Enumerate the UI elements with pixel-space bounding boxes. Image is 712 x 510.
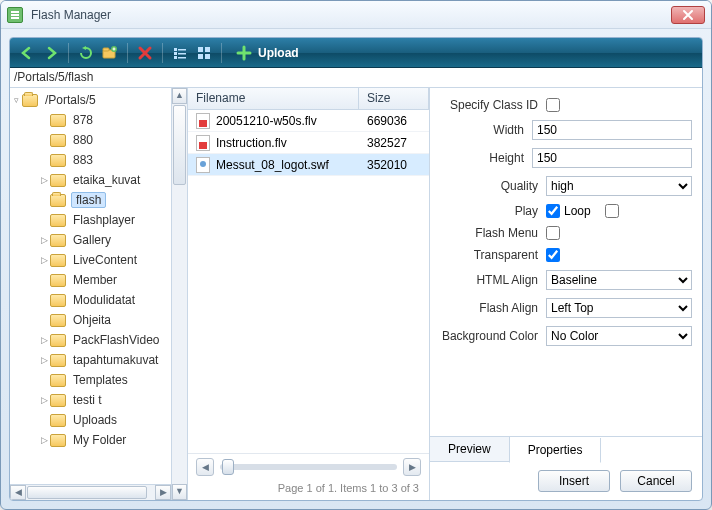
file-list-panel: Filename Size 20051210-w50s.flv669036Ins…: [188, 88, 430, 500]
expand-icon[interactable]: ▷: [38, 395, 50, 405]
refresh-button[interactable]: [75, 42, 97, 64]
input-width[interactable]: [532, 120, 692, 140]
file-name: Instruction.flv: [216, 136, 287, 150]
folder-icon: [50, 434, 66, 447]
slider-next-button[interactable]: ▶: [403, 458, 421, 476]
thumbnail-size-slider[interactable]: [220, 464, 397, 470]
file-name: Messut_08_logot.swf: [216, 158, 329, 172]
scroll-thumb[interactable]: [173, 105, 186, 185]
close-button[interactable]: [671, 6, 705, 24]
cancel-button[interactable]: Cancel: [620, 470, 692, 492]
scroll-left-button[interactable]: ◀: [10, 485, 26, 500]
label-transparent: Transparent: [434, 248, 546, 262]
folder-tree[interactable]: ▿/Portals/5878880883▷etaika_kuvatflashFl…: [10, 88, 171, 500]
expand-icon[interactable]: ▷: [38, 255, 50, 265]
svg-rect-12: [205, 54, 210, 59]
tree-node[interactable]: Templates: [10, 370, 171, 390]
insert-button[interactable]: Insert: [538, 470, 610, 492]
tab-properties[interactable]: Properties: [509, 438, 602, 463]
column-size[interactable]: Size: [359, 88, 429, 109]
label-play: Play: [434, 204, 546, 218]
nav-forward-button[interactable]: [40, 42, 62, 64]
file-list-status: Page 1 of 1. Items 1 to 3 of 3: [188, 480, 429, 500]
folder-icon: [50, 374, 66, 387]
svg-rect-8: [178, 57, 186, 59]
checkbox-transparent[interactable]: [546, 248, 560, 262]
collapse-icon[interactable]: ▿: [10, 95, 22, 105]
toolbar: Upload: [10, 38, 702, 68]
tab-preview[interactable]: Preview: [429, 437, 510, 462]
expand-icon[interactable]: ▷: [38, 335, 50, 345]
tree-node[interactable]: ▷tapahtumakuvat: [10, 350, 171, 370]
path-bar: /Portals/5/flash: [10, 68, 702, 88]
tree-node[interactable]: ▷Gallery: [10, 230, 171, 250]
scroll-track[interactable]: [148, 485, 155, 500]
select-flashalign[interactable]: Left Top: [546, 298, 692, 318]
folder-icon: [50, 274, 66, 287]
tree-node[interactable]: 878: [10, 110, 171, 130]
select-quality[interactable]: high: [546, 176, 692, 196]
expand-icon[interactable]: ▷: [38, 175, 50, 185]
view-grid-button[interactable]: [193, 42, 215, 64]
expand-icon[interactable]: ▷: [38, 355, 50, 365]
checkbox-flashmenu[interactable]: [546, 226, 560, 240]
tree-node[interactable]: 880: [10, 130, 171, 150]
folder-icon: [50, 234, 66, 247]
tree-node-label: 883: [71, 153, 95, 167]
tree-node-label: LiveContent: [71, 253, 139, 267]
folder-icon: [50, 294, 66, 307]
scroll-right-button[interactable]: ▶: [155, 485, 171, 500]
expand-icon[interactable]: ▷: [38, 435, 50, 445]
tree-node[interactable]: ▷etaika_kuvat: [10, 170, 171, 190]
checkbox-loop[interactable]: [605, 204, 619, 218]
new-folder-button[interactable]: [99, 42, 121, 64]
tree-vscrollbar[interactable]: ▲ ▼: [171, 88, 187, 500]
tree-node[interactable]: flash: [10, 190, 171, 210]
select-htmlalign[interactable]: Baseline: [546, 270, 692, 290]
scroll-thumb[interactable]: [27, 486, 147, 499]
scroll-up-button[interactable]: ▲: [172, 88, 187, 104]
tree-root[interactable]: ▿/Portals/5: [10, 90, 171, 110]
tree-node[interactable]: ▷PackFlashVideo: [10, 330, 171, 350]
file-name: 20051210-w50s.flv: [216, 114, 317, 128]
input-height[interactable]: [532, 148, 692, 168]
scroll-down-button[interactable]: ▼: [172, 484, 187, 500]
tree-node-label: Member: [71, 273, 119, 287]
tree-node[interactable]: Member: [10, 270, 171, 290]
checkbox-play[interactable]: [546, 204, 560, 218]
file-row[interactable]: Messut_08_logot.swf352010: [188, 154, 429, 176]
tree-node[interactable]: Flashplayer: [10, 210, 171, 230]
label-flashalign: Flash Align: [434, 301, 546, 315]
tree-hscrollbar[interactable]: ◀ ▶: [10, 484, 171, 500]
file-row[interactable]: Instruction.flv382527: [188, 132, 429, 154]
toolbar-separator: [127, 43, 128, 63]
scroll-track[interactable]: [172, 186, 187, 484]
tree-node-label: /Portals/5: [43, 93, 98, 107]
svg-rect-10: [205, 47, 210, 52]
folder-icon: [50, 334, 66, 347]
tree-node[interactable]: ▷My Folder: [10, 430, 171, 450]
tree-node[interactable]: 883: [10, 150, 171, 170]
nav-back-button[interactable]: [16, 42, 38, 64]
flv-file-icon: [196, 113, 210, 129]
tree-node[interactable]: Ohjeita: [10, 310, 171, 330]
view-list-button[interactable]: [169, 42, 191, 64]
checkbox-classid[interactable]: [546, 98, 560, 112]
tree-node[interactable]: Modulidatat: [10, 290, 171, 310]
slider-prev-button[interactable]: ◀: [196, 458, 214, 476]
expand-icon[interactable]: ▷: [38, 235, 50, 245]
content: ▿/Portals/5878880883▷etaika_kuvatflashFl…: [10, 88, 702, 500]
tree-node[interactable]: ▷LiveContent: [10, 250, 171, 270]
column-filename[interactable]: Filename: [188, 88, 359, 109]
tree-node[interactable]: ▷testi t: [10, 390, 171, 410]
svg-rect-7: [174, 56, 177, 59]
tree-node-label: Ohjeita: [71, 313, 113, 327]
svg-rect-6: [178, 53, 186, 55]
delete-button[interactable]: [134, 42, 156, 64]
tree-node[interactable]: Uploads: [10, 410, 171, 430]
file-row[interactable]: 20051210-w50s.flv669036: [188, 110, 429, 132]
upload-button[interactable]: Upload: [228, 42, 307, 64]
select-bgcolor[interactable]: No Color: [546, 326, 692, 346]
folder-icon: [50, 354, 66, 367]
slider-knob[interactable]: [222, 459, 234, 475]
